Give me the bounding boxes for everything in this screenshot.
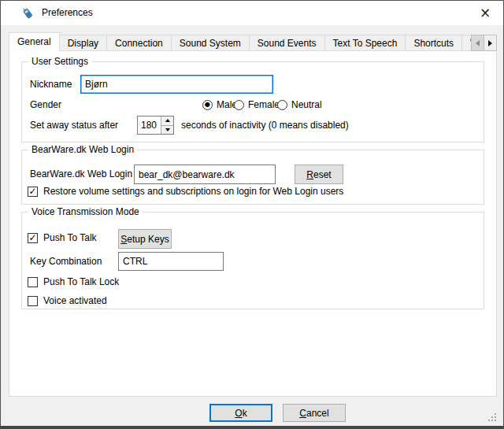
spinner-buttons <box>161 116 173 134</box>
tab-scroll-left-icon <box>476 40 480 46</box>
tab-strip: General Display Connection Sound System … <box>9 32 497 51</box>
away-seconds-input[interactable] <box>138 116 161 134</box>
checkbox-box <box>28 277 38 287</box>
radio-neutral-label: Neutral <box>291 99 322 110</box>
web-login-id-input[interactable] <box>134 165 276 184</box>
tab-text-to-speech[interactable]: Text To Speech <box>324 35 406 51</box>
nickname-input[interactable] <box>80 75 273 94</box>
push-to-talk-label: Push To Talk <box>43 232 97 243</box>
tab-scroll-left-button[interactable] <box>471 35 484 51</box>
close-button[interactable]: × <box>467 1 503 24</box>
title-bar[interactable]: Preferences × <box>1 1 503 25</box>
gender-label: Gender <box>30 95 61 114</box>
restore-volume-label: Restore volume settings and subscription… <box>43 186 343 197</box>
radio-selected-dot: ● <box>205 102 210 108</box>
voice-activated-label: Voice activated <box>43 295 107 306</box>
away-status-suffix: seconds of inactivity (0 means disabled) <box>181 116 349 135</box>
spin-up-icon <box>165 119 170 122</box>
group-voice-transmission: Voice Transmission Mode ✓ Push To Talk S… <box>21 212 484 309</box>
radio-female-label: Female <box>248 99 280 110</box>
close-icon: × <box>480 6 491 20</box>
away-status-label: Set away status after <box>30 116 118 135</box>
tab-scroll-right-icon <box>488 40 492 46</box>
tab-shortcuts[interactable]: Shortcuts <box>405 35 462 51</box>
reset-button[interactable]: Reset <box>295 165 343 184</box>
push-to-talk-lock-label: Push To Talk Lock <box>43 276 119 287</box>
push-to-talk-checkbox[interactable]: ✓ Push To Talk <box>28 231 97 244</box>
radio-circle <box>277 100 287 110</box>
checkbox-box: ✓ <box>28 187 38 197</box>
radio-neutral[interactable]: Neutral <box>277 98 322 111</box>
tab-display[interactable]: Display <box>59 35 107 51</box>
radio-male[interactable]: ● Male <box>202 98 237 111</box>
group-title: User Settings <box>28 56 91 67</box>
window-title: Preferences <box>42 1 93 25</box>
tab-sound-events[interactable]: Sound Events <box>249 35 325 51</box>
away-seconds-spinner <box>137 116 174 135</box>
tab-connection[interactable]: Connection <box>106 35 172 51</box>
ok-button[interactable]: Ok <box>209 404 272 422</box>
group-web-login: BearWare.dk Web Login BearWare.dk Web Lo… <box>21 150 484 205</box>
key-combination-input[interactable] <box>118 252 224 271</box>
cancel-button[interactable]: Cancel <box>283 404 346 422</box>
spin-down-button[interactable] <box>161 126 173 135</box>
check-icon: ✓ <box>28 233 36 242</box>
web-login-id-label: BearWare.dk Web Login ID <box>30 165 144 184</box>
tab-scroll-right-button[interactable] <box>484 35 497 51</box>
group-user-settings: User Settings Nickname Gender ● Male Fem… <box>21 61 484 142</box>
restore-volume-checkbox[interactable]: ✓ Restore volume settings and subscripti… <box>28 185 343 198</box>
key-combination-label: Key Combination <box>30 252 102 271</box>
tab-general[interactable]: General <box>9 32 60 51</box>
group-title: Voice Transmission Mode <box>28 206 143 217</box>
app-icon <box>21 6 35 20</box>
push-to-talk-lock-checkbox[interactable]: Push To Talk Lock <box>28 276 119 288</box>
nickname-label: Nickname <box>30 75 72 94</box>
voice-activated-checkbox[interactable]: Voice activated <box>28 294 107 307</box>
setup-keys-button[interactable]: Setup Keys <box>118 229 172 249</box>
spin-up-button[interactable] <box>161 116 173 126</box>
spin-down-icon <box>165 128 170 131</box>
check-icon: ✓ <box>28 187 36 196</box>
checkbox-box <box>28 296 38 306</box>
resize-grip[interactable] <box>488 413 490 415</box>
checkbox-box: ✓ <box>28 233 38 243</box>
radio-female[interactable]: Female <box>234 98 280 111</box>
radio-circle: ● <box>202 100 213 110</box>
tab-scrollers <box>471 35 497 51</box>
tab-sound-system[interactable]: Sound System <box>171 35 250 51</box>
radio-circle <box>234 100 244 110</box>
group-title: BearWare.dk Web Login <box>28 144 137 155</box>
preferences-dialog: Preferences × General Display Connection… <box>0 0 504 429</box>
